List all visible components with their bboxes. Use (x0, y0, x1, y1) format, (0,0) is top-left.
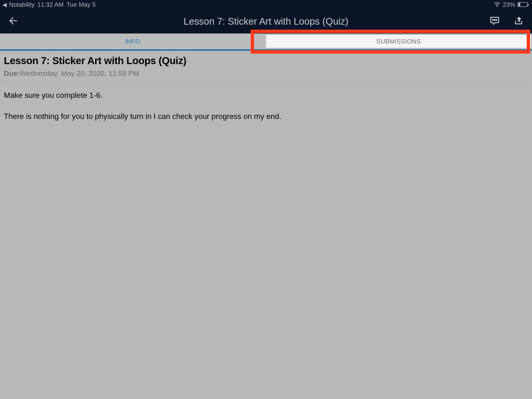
content-area: Lesson 7: Sticker Art with Loops (Quiz) … (0, 51, 532, 136)
status-date: Tue May 5 (66, 1, 96, 8)
back-app-label: Notability (9, 1, 34, 8)
tab-info-label: INFO (125, 38, 140, 45)
tab-submissions[interactable]: SUBMISSIONS (266, 35, 531, 48)
svg-point-0 (497, 6, 498, 6)
tab-bar: INFO SUBMISSIONS (0, 33, 532, 51)
svg-point-2 (493, 20, 494, 21)
page-title: Lesson 7: Sticker Art with Loops (Quiz) (184, 16, 348, 27)
nav-bar: Lesson 7: Sticker Art with Loops (Quiz) (0, 9, 532, 33)
status-bar: ◀ Notability 11:32 AM Tue May 5 23% (0, 0, 532, 9)
battery-icon (518, 2, 528, 7)
comment-button[interactable] (489, 16, 500, 27)
status-left: ◀ Notability 11:32 AM Tue May 5 (2, 1, 96, 8)
svg-point-4 (496, 20, 497, 21)
battery-percent: 23% (503, 1, 515, 8)
paragraph-2: There is nothing for you to physically t… (4, 111, 528, 122)
paragraph-1: Make sure you complete 1-6. (4, 89, 528, 101)
chevron-left-icon: ◀ (2, 1, 7, 8)
tab-info[interactable]: INFO (0, 33, 265, 49)
due-label: Due: (4, 69, 20, 77)
status-time: 11:32 AM (37, 1, 64, 8)
tab-submissions-label: SUBMISSIONS (376, 38, 421, 45)
due-value: Wednesday, May 20, 2020, 11:59 PM (20, 69, 139, 77)
divider (4, 81, 528, 81)
status-right: 23% (494, 1, 528, 8)
svg-point-3 (494, 20, 495, 21)
due-line: Due:Wednesday, May 20, 2020, 11:59 PM (4, 69, 528, 77)
back-button[interactable] (8, 16, 19, 27)
wifi-icon (494, 1, 500, 8)
share-button[interactable] (513, 16, 524, 27)
lesson-title: Lesson 7: Sticker Art with Loops (Quiz) (4, 55, 528, 66)
back-to-app[interactable]: ◀ Notability (2, 1, 34, 8)
body-text: Make sure you complete 1-6. There is not… (4, 89, 528, 122)
